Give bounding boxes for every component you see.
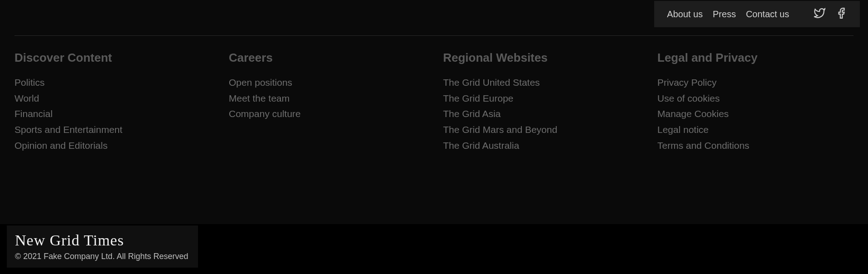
footer-link[interactable]: Politics: [14, 75, 211, 91]
footer-link[interactable]: Open positions: [229, 75, 425, 91]
top-nav: About us Press Contact us: [654, 1, 860, 27]
column-legal: Legal and Privacy Privacy Policy Use of …: [657, 51, 854, 153]
nav-link-contact[interactable]: Contact us: [746, 9, 789, 20]
column-title: Legal and Privacy: [657, 51, 854, 65]
footer-link[interactable]: Privacy Policy: [657, 75, 854, 91]
footer-link[interactable]: The Grid Australia: [443, 138, 639, 154]
footer-link[interactable]: Legal notice: [657, 122, 854, 138]
footer-link[interactable]: The Grid Asia: [443, 106, 639, 122]
facebook-icon[interactable]: [835, 7, 847, 21]
site-logo: New Grid Times: [15, 232, 188, 249]
footer-link[interactable]: Meet the team: [229, 91, 425, 107]
nav-link-about[interactable]: About us: [667, 9, 703, 20]
nav-link-press[interactable]: Press: [713, 9, 736, 20]
divider: [14, 35, 854, 36]
footer-link[interactable]: Manage Cookies: [657, 106, 854, 122]
footer-link[interactable]: Terms and Conditions: [657, 138, 854, 154]
social-icons: [814, 7, 847, 21]
column-careers: Careers Open positions Meet the team Com…: [229, 51, 425, 153]
footer-columns: Discover Content Politics World Financia…: [14, 51, 854, 153]
footer-link[interactable]: World: [14, 91, 211, 107]
logo-block: New Grid Times © 2021 Fake Company Ltd. …: [7, 225, 198, 268]
column-regional: Regional Websites The Grid United States…: [443, 51, 639, 153]
column-discover: Discover Content Politics World Financia…: [14, 51, 211, 153]
footer-link[interactable]: Use of cookies: [657, 91, 854, 107]
footer-link[interactable]: Opinion and Editorials: [14, 138, 211, 154]
column-title: Careers: [229, 51, 425, 65]
footer-link[interactable]: The Grid Europe: [443, 91, 639, 107]
column-title: Discover Content: [14, 51, 211, 65]
footer-link[interactable]: Company culture: [229, 106, 425, 122]
footer-link[interactable]: The Grid Mars and Beyond: [443, 122, 639, 138]
footer-link[interactable]: Financial: [14, 106, 211, 122]
copyright-text: © 2021 Fake Company Ltd. All Rights Rese…: [15, 252, 188, 261]
twitter-icon[interactable]: [814, 7, 825, 21]
footer-link[interactable]: The Grid United States: [443, 75, 639, 91]
footer-link[interactable]: Sports and Entertainment: [14, 122, 211, 138]
column-title: Regional Websites: [443, 51, 639, 65]
